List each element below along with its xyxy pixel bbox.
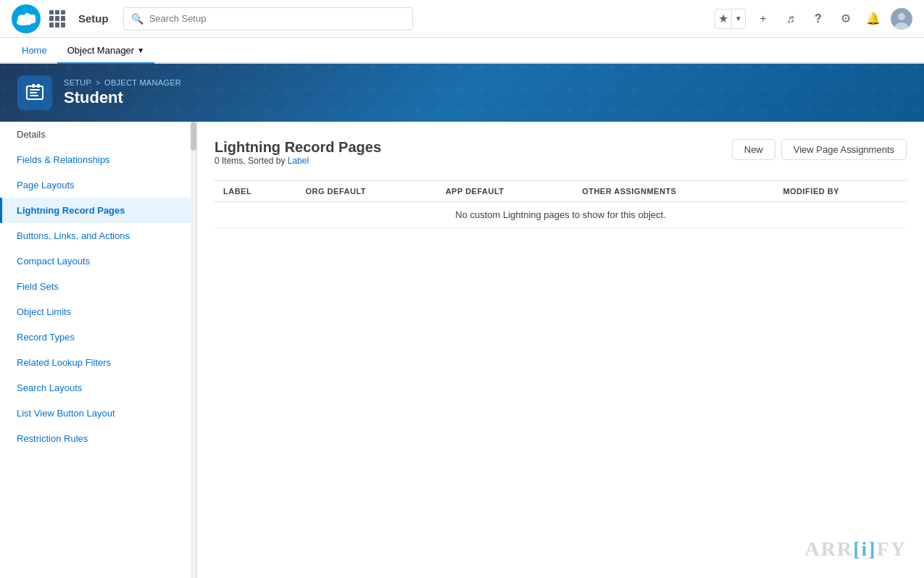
- new-button[interactable]: New: [732, 139, 775, 160]
- sidebar-item-restriction-rules[interactable]: Restriction Rules: [0, 426, 196, 451]
- sidebar-item-fields-relationships[interactable]: Fields & Relationships: [0, 147, 196, 172]
- watermark: ARR[i]FY: [805, 537, 907, 561]
- svg-point-1: [898, 13, 905, 20]
- header-banner: SETUP > OBJECT MANAGER Student: [0, 64, 924, 122]
- avatar[interactable]: [891, 8, 912, 30]
- help-icon[interactable]: ♬: [781, 9, 801, 29]
- sidebar-item-page-layouts[interactable]: Page Layouts: [0, 172, 196, 198]
- nav-icons: ★ ▼ + ♬ ? ⚙ 🔔: [715, 8, 912, 30]
- content-header: Lightning Record Pages 0 Items, Sorted b…: [215, 139, 907, 177]
- sidebar-item-related-lookup-filters[interactable]: Related Lookup Filters: [0, 350, 196, 375]
- sidebar-item-lightning-record-pages[interactable]: Lightning Record Pages: [0, 198, 196, 223]
- svg-rect-3: [27, 86, 43, 99]
- sidebar: Details Fields & Relationships Page Layo…: [0, 122, 197, 578]
- sidebar-item-list-view-button-layout[interactable]: List View Button Layout: [0, 401, 196, 426]
- col-org-default: ORG DEFAULT: [297, 181, 437, 202]
- breadcrumb-sep1: >: [96, 79, 100, 87]
- secondary-nav: Home Object Manager ▼: [0, 38, 924, 64]
- object-manager-arrow: ▼: [137, 46, 144, 54]
- add-button[interactable]: +: [753, 9, 773, 29]
- search-bar[interactable]: 🔍: [123, 7, 413, 30]
- top-nav: Setup 🔍 ★ ▼ + ♬ ? ⚙ 🔔: [0, 0, 924, 38]
- setup-title: Setup: [78, 12, 109, 25]
- settings-icon[interactable]: ⚙: [836, 9, 856, 29]
- main-container: Details Fields & Relationships Page Layo…: [0, 122, 924, 578]
- sidebar-item-details[interactable]: Details: [0, 122, 196, 147]
- sidebar-item-record-types[interactable]: Record Types: [0, 324, 196, 350]
- star-icon[interactable]: ★: [715, 12, 731, 25]
- content-subtitle: 0 Items, Sorted by Label: [215, 156, 381, 166]
- content-title: Lightning Record Pages: [215, 139, 381, 156]
- bell-icon[interactable]: 🔔: [863, 9, 883, 29]
- sorted-by-link[interactable]: Label: [288, 156, 309, 166]
- sidebar-item-compact-layouts[interactable]: Compact Layouts: [0, 248, 196, 274]
- breadcrumb-object-manager[interactable]: OBJECT MANAGER: [104, 78, 181, 87]
- salesforce-logo[interactable]: [12, 4, 41, 33]
- col-app-default: APP DEFAULT: [437, 181, 573, 202]
- scroll-track: [191, 122, 196, 578]
- breadcrumb-area: SETUP > OBJECT MANAGER Student: [64, 78, 181, 107]
- table-body: No custom Lightning pages to show for th…: [215, 202, 907, 228]
- empty-message: No custom Lightning pages to show for th…: [215, 202, 907, 228]
- tab-home[interactable]: Home: [12, 38, 57, 64]
- breadcrumb-setup[interactable]: SETUP: [64, 78, 91, 87]
- favorites-dropdown[interactable]: ★ ▼: [715, 9, 746, 29]
- col-label: LABEL: [215, 181, 297, 202]
- table-header: LABEL ORG DEFAULT APP DEFAULT OTHER ASSI…: [215, 181, 907, 202]
- search-input[interactable]: [149, 13, 405, 24]
- content-area: Lightning Record Pages 0 Items, Sorted b…: [197, 122, 924, 578]
- scroll-thumb[interactable]: [191, 122, 196, 151]
- watermark-bracket-i: [i]: [853, 537, 876, 560]
- sidebar-item-buttons-links-actions[interactable]: Buttons, Links, and Actions: [0, 223, 196, 248]
- data-table: LABEL ORG DEFAULT APP DEFAULT OTHER ASSI…: [215, 180, 907, 228]
- object-icon: [17, 75, 52, 110]
- table-header-row: LABEL ORG DEFAULT APP DEFAULT OTHER ASSI…: [215, 181, 907, 202]
- sidebar-item-field-sets[interactable]: Field Sets: [0, 274, 196, 299]
- grid-icon[interactable]: [49, 10, 67, 28]
- svg-rect-7: [32, 84, 35, 88]
- breadcrumb: SETUP > OBJECT MANAGER: [64, 78, 181, 87]
- sidebar-item-search-layouts[interactable]: Search Layouts: [0, 375, 196, 401]
- col-modified-by: MODIFIED BY: [774, 181, 907, 202]
- page-title: Student: [64, 88, 181, 107]
- content-title-group: Lightning Record Pages 0 Items, Sorted b…: [215, 139, 381, 177]
- content-actions: New View Page Assignments: [732, 139, 907, 160]
- svg-rect-4: [30, 89, 40, 91]
- question-icon[interactable]: ?: [808, 9, 828, 29]
- view-page-assignments-button[interactable]: View Page Assignments: [781, 139, 907, 160]
- empty-row: No custom Lightning pages to show for th…: [215, 202, 907, 228]
- search-icon: 🔍: [131, 13, 143, 25]
- svg-rect-5: [30, 92, 37, 93]
- svg-rect-6: [30, 95, 38, 96]
- tab-object-manager[interactable]: Object Manager ▼: [57, 38, 154, 64]
- favorites-arrow[interactable]: ▼: [731, 9, 745, 28]
- svg-rect-8: [37, 84, 40, 88]
- col-other-assignments: OTHER ASSIGNMENTS: [573, 181, 774, 202]
- sidebar-item-object-limits[interactable]: Object Limits: [0, 299, 196, 324]
